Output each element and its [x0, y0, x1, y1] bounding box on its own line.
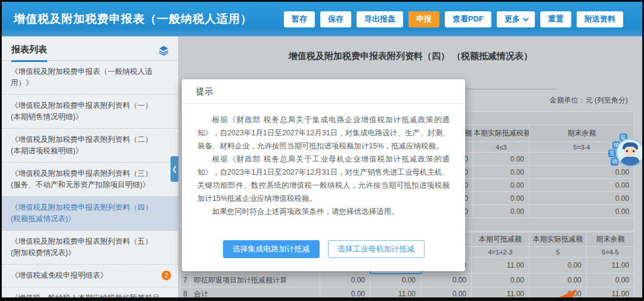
temp-save-button[interactable]: 暂存: [284, 11, 315, 27]
cell: 11.00: [587, 257, 634, 274]
form-title: 增值税及附加税费申报表附列资料（四） （税额抵减情况表）: [179, 51, 642, 62]
officer-suit: [621, 157, 640, 167]
cell: 0.00: [530, 205, 634, 218]
app-header: 增值税及附加税费申报表（一般纳税人适用） 暂存 保存 导出报盘 申报 查看PDF…: [2, 2, 642, 36]
table-row-refund-items: 7 即征即退项目加计抵减额计算 0.00 0.00 0.00 0.00 0.00…: [181, 274, 634, 287]
header-cell: 期末余额: [587, 232, 634, 247]
cell: 0.00: [530, 179, 634, 192]
sidebar-item-budget-breakdown[interactable]: 《增值税一般纳税人本期应纳税额按预算科目分解表》: [2, 287, 178, 297]
chevron-left-icon: ❮: [172, 165, 177, 173]
sidebar-item-appendix-1[interactable]: 《增值税及附加税费申报表附列资料（一）(本期销售情况明细)》: [2, 95, 178, 129]
officer-eyes: [626, 150, 634, 152]
report-sidebar: 报表列表 《增值税及附加税费申报表（一般纳税人适用）》 《增值税及附加税费申报表…: [2, 36, 179, 297]
cell: 0.00: [472, 274, 530, 287]
sidebar-item-label: 《增值税减免税申报明细表》: [11, 271, 108, 280]
chevron-down-icon: [523, 15, 529, 21]
cell: 0.00: [320, 287, 370, 298]
header-cell: 本期实际抵减税额: [473, 125, 530, 142]
cell: 0.00: [530, 287, 587, 298]
cell: 0.00: [421, 287, 472, 298]
cell: 0.00: [473, 153, 530, 166]
cell: 0.00: [530, 192, 634, 205]
layers-icon[interactable]: [159, 45, 169, 58]
sidebar-item-appendix-2[interactable]: 《增值税及附加税费申报表附列资料（二）(本期进项税额明细)》: [2, 129, 178, 163]
page-title: 增值税及附加税费申报表（一般纳税人适用）: [14, 11, 252, 27]
dialog-paragraph: 如果您同时符合上述两项政策条件，请您择优选择适用。: [197, 205, 450, 218]
dialog-title: 提示: [182, 79, 465, 104]
attachments-button[interactable]: 附送资料: [577, 11, 623, 27]
row-label-cell: 即征即退项目加计抵减额计算: [190, 274, 320, 287]
cell: 0.00: [320, 274, 370, 287]
error-count-badge: 2: [162, 271, 171, 280]
sidebar-title: 报表列表: [11, 44, 47, 62]
row-label-cell: 合计: [190, 287, 320, 298]
sidebar-item-appendix-5[interactable]: 《增值税及附加税费申报表附列资料（五）(附加税费情况表)》: [2, 231, 178, 265]
app-window: 增值税及附加税费申报表（一般纳税人适用） 暂存 保存 导出报盘 申报 查看PDF…: [0, 0, 644, 301]
assistant-chip: 互: [608, 150, 616, 157]
choose-machine-tool-button[interactable]: 选择工业母机加计抵减: [328, 240, 425, 258]
header-cell: 本期可抵减额: [472, 232, 530, 247]
header-actions: 暂存 保存 导出报盘 申报 查看PDF 更多 重置 附送资料: [284, 11, 623, 27]
assistant-avatar: [616, 138, 642, 167]
reset-button[interactable]: 重置: [540, 11, 571, 27]
header-cell: 本期实际抵减额: [530, 232, 587, 247]
declare-button[interactable]: 申报: [408, 11, 439, 27]
cell: 11.00: [472, 287, 530, 298]
sidebar-collapse-handle[interactable]: ❮: [171, 156, 178, 182]
dialog-paragraph: 根据《财政部 税务总局关于工业母机企业增值税加计抵减政策的通知》，自2023年1…: [197, 153, 450, 205]
formula-cell: 6=4-5: [587, 247, 634, 257]
sidebar-item-tax-reduction-detail[interactable]: 《增值税减免税申报明细表》2: [2, 265, 178, 287]
cell: 11.00: [370, 287, 421, 298]
cell: 0.00: [587, 274, 634, 287]
dialog-body: 根据《财政部 税务总局关于集成电路企业增值税加计抵减政策的通知》，自2023年1…: [182, 104, 465, 222]
cell: 0.00: [473, 166, 530, 179]
cell: 0.00: [530, 257, 587, 274]
cell: 0.00: [473, 192, 530, 205]
cell: 11.00: [472, 257, 530, 274]
dialog-actions: 选择集成电路加计抵减 选择工业母机加计抵减: [182, 240, 465, 271]
cell: 0.00: [473, 179, 530, 192]
amount-unit-label: 金额单位：元 (列至角分): [550, 95, 628, 105]
more-button-label: 更多: [504, 14, 520, 24]
cell: 0.00: [370, 274, 421, 287]
sidebar-item-appendix-3[interactable]: 《增值税及附加税费申报表附列资料（三）(服务、不动产和无形资产扣除项目明细)》: [2, 163, 178, 197]
row-number-cell: 7: [181, 274, 190, 287]
view-pdf-button[interactable]: 查看PDF: [445, 11, 491, 27]
cell: 11.00: [587, 287, 634, 298]
report-list: 《增值税及附加税费申报表（一般纳税人适用）》 《增值税及附加税费申报表附列资料（…: [2, 61, 178, 297]
formula-cell: 5: [530, 247, 587, 257]
save-button[interactable]: 保存: [320, 11, 351, 27]
sidebar-item-appendix-4[interactable]: 《增值税及附加税费申报表附列资料（四）(税额抵减情况表)》: [2, 197, 178, 231]
choose-integrated-circuit-button[interactable]: 选择集成电路加计抵减: [223, 240, 320, 258]
sidebar-item-main-declaration[interactable]: 《增值税及附加税费申报表（一般纳税人适用）》: [2, 61, 178, 95]
formula-cell: 4=1+2-3: [472, 247, 530, 257]
dialog-paragraph: 根据《财政部 税务总局关于集成电路企业增值税加计抵减政策的通知》，自2023年1…: [197, 113, 450, 153]
sidebar-header: 报表列表: [2, 36, 178, 61]
cell: 0.00: [421, 274, 472, 287]
assistant-widget[interactable]: 征 纳 互 动: [605, 134, 642, 176]
export-disk-button[interactable]: 导出报盘: [357, 11, 403, 27]
more-button[interactable]: 更多: [497, 11, 535, 27]
row-number-cell: 8: [181, 287, 190, 298]
formula-cell: 4≤3: [473, 142, 530, 153]
cell: 0.00: [530, 274, 587, 287]
prompt-dialog: 提示 根据《财政部 税务总局关于集成电路企业增值税加计抵减政策的通知》，自202…: [182, 79, 465, 271]
cell: 0.00: [473, 205, 530, 218]
